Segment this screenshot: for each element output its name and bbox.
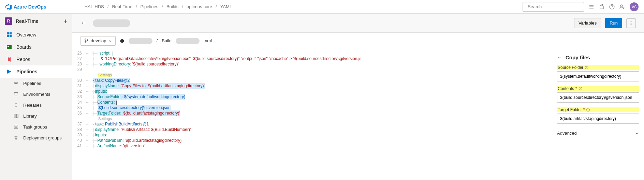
panel-back-icon[interactable]: ← <box>557 55 562 60</box>
contents-input[interactable] <box>557 92 639 103</box>
info-icon[interactable] <box>585 65 589 70</box>
nav-pipelines-sub[interactable]: Pipelines <box>0 78 72 89</box>
repos-icon <box>6 56 12 62</box>
nav-environments[interactable]: Environments <box>0 89 72 100</box>
more-icon <box>629 21 633 26</box>
svg-rect-22 <box>14 125 18 129</box>
svg-point-6 <box>620 5 623 7</box>
search-input[interactable] <box>528 4 585 9</box>
advanced-section-toggle[interactable]: Advanced <box>557 131 639 136</box>
back-icon[interactable]: ← <box>80 19 87 27</box>
info-icon[interactable] <box>579 87 583 91</box>
library-icon <box>13 113 19 119</box>
deployment-groups-icon <box>13 135 19 141</box>
svg-point-33 <box>85 39 86 40</box>
branch-selector[interactable]: develop <box>80 36 116 46</box>
nav-overview[interactable]: Overview <box>0 29 72 41</box>
environments-icon <box>13 91 19 97</box>
panel-title: Copy files <box>566 55 590 60</box>
file-icon <box>120 39 125 43</box>
breadcrumb: HAL-HDS/ Real-Time/ Pipelines/ Builds/ o… <box>85 4 232 9</box>
svg-point-38 <box>587 66 587 67</box>
svg-rect-13 <box>8 46 9 47</box>
brand-logo[interactable]: Azure DevOps <box>5 4 46 10</box>
source-folder-label: Source Folder <box>557 65 639 70</box>
svg-rect-21 <box>17 114 18 118</box>
svg-point-26 <box>17 136 18 137</box>
nav-repos[interactable]: Repos <box>0 53 72 65</box>
svg-rect-17 <box>14 93 18 95</box>
run-button[interactable]: Run <box>605 18 622 28</box>
svg-line-29 <box>16 137 17 138</box>
toolbar: ← Variables Run <box>72 14 644 33</box>
branch-icon <box>84 39 89 43</box>
breadcrumb-item[interactable]: Real-Time <box>112 4 132 9</box>
shopping-bag-icon[interactable] <box>599 4 604 10</box>
svg-line-28 <box>15 137 16 138</box>
settings-codelens[interactable]: Settings <box>72 116 552 121</box>
redacted-filename <box>176 38 200 44</box>
nav-pipelines[interactable]: Pipelines <box>0 65 72 78</box>
add-icon[interactable]: + <box>63 18 67 25</box>
target-folder-input[interactable] <box>557 114 639 124</box>
svg-rect-12 <box>7 45 12 49</box>
azure-devops-icon <box>5 4 12 10</box>
task-groups-icon <box>13 124 19 130</box>
svg-point-34 <box>85 42 86 43</box>
search-box[interactable] <box>523 2 584 12</box>
chevron-down-icon <box>108 39 112 43</box>
settings-codelens[interactable]: Settings <box>72 72 552 78</box>
nav-library[interactable]: Library <box>0 110 72 121</box>
file-suffix: .yml <box>204 38 212 43</box>
more-button[interactable] <box>626 18 636 28</box>
pipelines-sub-icon <box>13 80 19 86</box>
variables-button[interactable]: Variables <box>574 18 601 28</box>
info-icon[interactable] <box>586 108 590 112</box>
redacted-title <box>93 19 130 27</box>
nav-releases[interactable]: Releases <box>0 100 72 110</box>
project-badge: R <box>5 17 12 25</box>
svg-rect-15 <box>17 82 18 84</box>
avatar[interactable]: VA <box>630 2 639 11</box>
help-icon[interactable] <box>609 4 615 10</box>
contents-label: Contents * <box>557 86 639 91</box>
path-sep: / <box>157 38 158 43</box>
overview-icon <box>6 32 12 38</box>
breadcrumb-item[interactable]: optimus-core <box>187 4 212 9</box>
svg-point-25 <box>14 136 16 137</box>
breadcrumb-item[interactable]: HAL-HDS <box>85 4 104 9</box>
source-folder-input[interactable] <box>557 71 639 81</box>
svg-rect-9 <box>10 32 12 34</box>
user-settings-icon[interactable] <box>619 4 625 10</box>
nav-deployment-groups[interactable]: Deployment groups <box>0 132 72 143</box>
brand-text: Azure DevOps <box>14 4 46 10</box>
svg-point-32 <box>631 24 632 25</box>
nav-boards[interactable]: Boards <box>0 41 72 53</box>
svg-point-31 <box>631 22 632 24</box>
file-info-bar: develop / Build .yml <box>72 33 644 49</box>
breadcrumb-item[interactable]: Builds <box>166 4 178 9</box>
task-panel: ← Copy files Source Folder Contents * Ta… <box>552 49 644 180</box>
svg-rect-10 <box>7 35 9 37</box>
svg-rect-19 <box>14 114 15 118</box>
project-header[interactable]: R Real-Time + <box>0 14 72 29</box>
svg-point-35 <box>87 39 88 40</box>
releases-icon <box>13 102 19 108</box>
breadcrumb-item[interactable]: YAML <box>220 4 232 9</box>
file-prefix: Build <box>162 38 172 43</box>
sidebar: R Real-Time + Overview Boards Repos Pipe… <box>0 14 72 180</box>
boards-icon <box>6 44 12 50</box>
project-name: Real-Time <box>16 18 39 24</box>
svg-rect-8 <box>7 32 9 34</box>
svg-point-44 <box>588 109 588 109</box>
target-folder-label: Target Folder * <box>557 107 639 112</box>
redacted-folder <box>129 38 152 44</box>
svg-point-41 <box>580 88 581 88</box>
svg-point-30 <box>631 21 632 22</box>
svg-rect-14 <box>14 82 16 84</box>
nav-task-groups[interactable]: Task groups <box>0 121 72 132</box>
yaml-editor[interactable]: 26······|·····script: | 27······|······&… <box>72 49 552 180</box>
breadcrumb-item[interactable]: Pipelines <box>141 4 159 9</box>
topbar: Azure DevOps HAL-HDS/ Real-Time/ Pipelin… <box>0 0 644 14</box>
list-icon[interactable] <box>589 4 594 10</box>
